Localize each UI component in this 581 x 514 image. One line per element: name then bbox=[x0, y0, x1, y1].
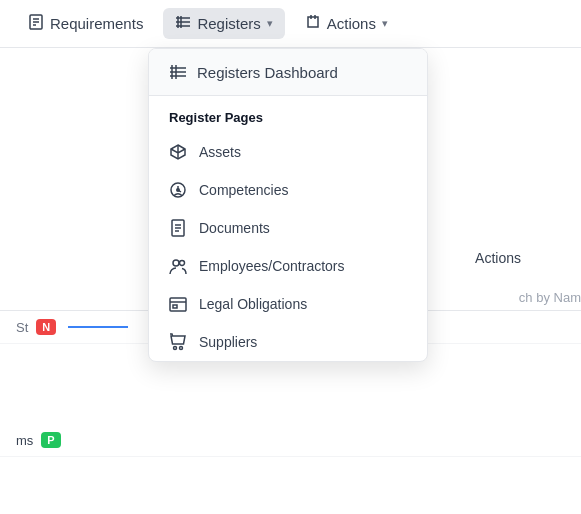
employees-label: Employees/Contractors bbox=[199, 258, 345, 274]
badge-green-1: P bbox=[41, 432, 60, 448]
svg-point-14 bbox=[174, 347, 177, 350]
registers-dropdown: Registers Dashboard Register Pages Asset… bbox=[148, 48, 428, 362]
actions-nav-label: Actions bbox=[327, 15, 376, 32]
nav-item-actions[interactable]: Actions ▾ bbox=[293, 8, 400, 39]
menu-item-competencies[interactable]: Competencies bbox=[149, 171, 427, 209]
documents-label: Documents bbox=[199, 220, 270, 236]
svg-point-10 bbox=[173, 260, 179, 266]
nav-item-registers[interactable]: Registers ▾ bbox=[163, 8, 284, 39]
legal-icon bbox=[169, 295, 187, 313]
badge-red-1: N bbox=[36, 319, 56, 335]
registers-dashboard-icon bbox=[169, 63, 187, 81]
green-arrow-indicator bbox=[427, 58, 428, 86]
svg-point-5 bbox=[176, 188, 180, 192]
menu-item-assets[interactable]: Assets bbox=[149, 133, 427, 171]
actions-chevron-icon: ▾ bbox=[382, 17, 388, 30]
assets-label: Assets bbox=[199, 144, 241, 160]
menu-item-suppliers[interactable]: Suppliers bbox=[149, 323, 427, 361]
suppliers-label: Suppliers bbox=[199, 334, 257, 350]
competencies-label: Competencies bbox=[199, 182, 289, 198]
suppliers-icon bbox=[169, 333, 187, 351]
svg-rect-13 bbox=[173, 305, 177, 308]
registers-label: Registers bbox=[197, 15, 260, 32]
register-pages-section-label: Register Pages bbox=[149, 96, 427, 133]
st-partial-text: St bbox=[16, 320, 28, 335]
top-navigation: Requirements Registers ▾ Actions ▾ bbox=[0, 0, 581, 48]
actions-icon bbox=[305, 14, 321, 33]
requirements-icon bbox=[28, 14, 44, 33]
actions-column-header: Actions bbox=[475, 250, 521, 266]
documents-icon bbox=[169, 219, 187, 237]
menu-item-employees[interactable]: Employees/Contractors bbox=[149, 247, 427, 285]
svg-point-15 bbox=[180, 347, 183, 350]
ms-partial-text: ms bbox=[16, 433, 33, 448]
menu-item-legal[interactable]: Legal Obligations bbox=[149, 285, 427, 323]
employees-icon bbox=[169, 257, 187, 275]
requirements-label: Requirements bbox=[50, 15, 143, 32]
registers-icon bbox=[175, 14, 191, 33]
menu-item-documents[interactable]: Documents bbox=[149, 209, 427, 247]
search-partial-text: ch by Nam bbox=[519, 290, 581, 305]
registers-chevron-icon: ▾ bbox=[267, 17, 273, 30]
competencies-icon bbox=[169, 181, 187, 199]
legal-label: Legal Obligations bbox=[199, 296, 307, 312]
nav-item-requirements[interactable]: Requirements bbox=[16, 8, 155, 39]
registers-dashboard-label: Registers Dashboard bbox=[197, 64, 338, 81]
registers-dashboard-item[interactable]: Registers Dashboard bbox=[149, 49, 427, 96]
assets-icon bbox=[169, 143, 187, 161]
svg-point-11 bbox=[180, 261, 185, 266]
